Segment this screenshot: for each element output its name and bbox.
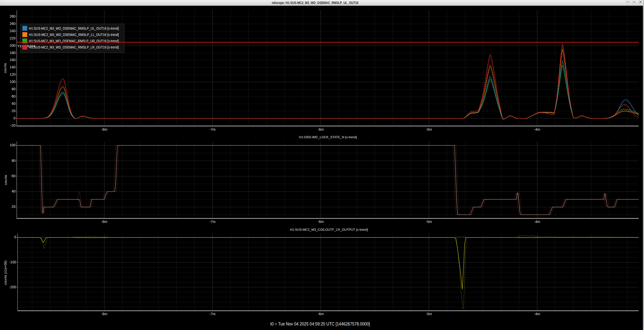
svg-text:140: 140 <box>10 65 16 69</box>
svg-text:100: 100 <box>10 143 16 147</box>
svg-text:180: 180 <box>10 51 16 55</box>
svg-text:280: 280 <box>10 14 16 18</box>
svg-text:t0 = Tue Nov 04 2025 04:59:20: t0 = Tue Nov 04 2025 04:59:20 UTC [14462… <box>270 321 370 326</box>
svg-text:H1:GRD-IMC_LOCK_STATE_N [s-tre: H1:GRD-IMC_LOCK_STATE_N [s-trend] <box>299 135 357 139</box>
svg-text:120: 120 <box>10 72 16 76</box>
svg-text:240: 240 <box>10 29 16 33</box>
svg-text:20: 20 <box>12 109 16 113</box>
svg-text:60: 60 <box>12 174 16 178</box>
svg-text:-4m: -4m <box>534 220 540 224</box>
svg-text:-200: -200 <box>9 285 16 289</box>
svg-text:ndscope: H1:SUS-MC2_M3_WD_OSEM: ndscope: H1:SUS-MC2_M3_WD_OSEMAC_RMSLP_U… <box>272 1 358 5</box>
svg-text:H1:SUS-MC2_M3_COILOUTF_LR_OUTP: H1:SUS-MC2_M3_COILOUTF_LR_OUTPUT [s-tren… <box>290 228 368 231</box>
svg-text:H1:SUS-MC2_M3_WD_OSEMAC_RMSLP_: H1:SUS-MC2_M3_WD_OSEMAC_RMSLP_UL_OUT16 [… <box>29 26 119 30</box>
svg-text:80: 80 <box>12 87 16 91</box>
svg-text:-5m: -5m <box>426 312 432 316</box>
svg-text:-6m: -6m <box>318 127 324 131</box>
svg-text:-5m: -5m <box>426 127 432 131</box>
svg-text:260: 260 <box>10 22 16 26</box>
svg-text:-7m: -7m <box>209 127 215 131</box>
svg-text:-4m: -4m <box>534 127 540 131</box>
svg-text:40: 40 <box>12 102 16 106</box>
svg-text:160: 160 <box>10 58 16 62</box>
svg-text:-6m: -6m <box>318 312 324 316</box>
svg-text:-6m: -6m <box>318 220 324 224</box>
svg-text:40: 40 <box>12 189 16 193</box>
svg-text:-8m: -8m <box>101 127 107 131</box>
svg-text:-7m: -7m <box>209 220 215 224</box>
svg-text:0: 0 <box>14 235 16 239</box>
svg-text:20: 20 <box>12 205 16 209</box>
svg-text:counts: counts <box>3 63 7 73</box>
svg-text:-5m: -5m <box>426 220 432 224</box>
svg-text:counts: counts <box>4 175 8 185</box>
svg-text:60: 60 <box>12 94 16 98</box>
svg-text:-8m: -8m <box>101 312 107 316</box>
svg-text:80: 80 <box>12 159 16 163</box>
svg-text:200: 200 <box>10 43 16 48</box>
svg-text:H1:SUS-MC2_M3_WD_OSEMAC_RMSLP_: H1:SUS-MC2_M3_WD_OSEMAC_RMSLP_LR_OUT16 [… <box>29 45 119 49</box>
svg-text:100: 100 <box>10 80 16 84</box>
svg-text:-4m: -4m <box>534 312 540 316</box>
svg-text:-100: -100 <box>9 260 16 264</box>
svg-text:-20: -20 <box>10 123 15 127</box>
svg-text:-8m: -8m <box>101 220 107 224</box>
svg-text:H1:SUS-MC2_M3_WD_OSEMAC_RMSLP_: H1:SUS-MC2_M3_WD_OSEMAC_RMSLP_LL_OUT16 [… <box>29 32 119 37</box>
svg-text:220: 220 <box>10 36 16 40</box>
svg-text:-7m: -7m <box>209 312 215 316</box>
svg-text:0: 0 <box>14 116 16 120</box>
svg-text:counts (x1e+06): counts (x1e+06) <box>4 260 7 285</box>
